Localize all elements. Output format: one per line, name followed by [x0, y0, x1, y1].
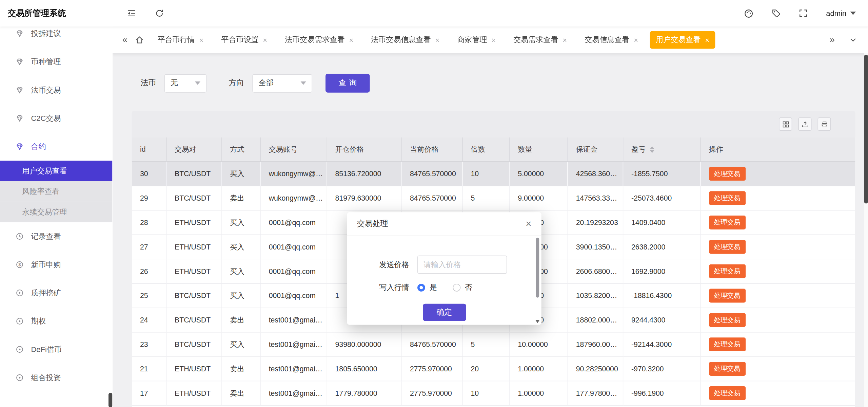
- user-menu[interactable]: admin: [826, 9, 856, 17]
- export-icon[interactable]: [798, 117, 811, 131]
- direction-filter-label: 方向: [229, 78, 244, 88]
- tab[interactable]: 交易需求查看 ×: [507, 31, 573, 49]
- sidebar-item[interactable]: 质押挖矿: [0, 279, 112, 307]
- cell-id: 29: [132, 186, 166, 210]
- tabs-scroll-left-icon[interactable]: «: [120, 34, 130, 45]
- tab-label: 交易需求查看: [513, 35, 558, 45]
- tab-close-icon[interactable]: ×: [263, 36, 267, 43]
- dialog-scrollbar[interactable]: [535, 237, 541, 324]
- sort-icon[interactable]: [650, 146, 654, 153]
- refresh-icon[interactable]: [155, 9, 164, 18]
- scroll-down-arrow-icon[interactable]: [535, 320, 540, 323]
- sidebar: 投拆建议 币种管理 法币交易 C2C交易 合约 用户交易查看 风险率查看 永续交…: [0, 26, 112, 407]
- cell-account: test001@gmail…: [260, 308, 327, 332]
- cell-side: 卖出: [221, 381, 260, 405]
- tab[interactable]: 用户交易查看 ×: [650, 31, 715, 49]
- sidebar-item[interactable]: 币种管理: [0, 48, 112, 76]
- process-trade-button[interactable]: 处理交易: [709, 337, 746, 351]
- cell-pnl: 1409.0400: [623, 210, 701, 235]
- cell-id: 25: [132, 283, 166, 308]
- sidebar-scrollbar-thumb[interactable]: [108, 393, 112, 407]
- tab-close-icon[interactable]: ×: [563, 36, 567, 43]
- process-trade-button[interactable]: 处理交易: [709, 386, 746, 400]
- process-trade-button[interactable]: 处理交易: [709, 264, 746, 278]
- cell-account: wukongymw@…: [260, 186, 327, 210]
- process-trade-button[interactable]: 处理交易: [709, 216, 746, 229]
- columns-grid-icon[interactable]: [779, 117, 792, 131]
- dialog-scrollbar-thumb[interactable]: [536, 238, 539, 297]
- dialog-header: 交易处理 ×: [347, 212, 541, 236]
- page-scrollbar-thumb[interactable]: [864, 55, 868, 204]
- tab-close-icon[interactable]: ×: [492, 36, 496, 43]
- tab[interactable]: 平台币行情 ×: [151, 31, 210, 49]
- tab-close-icon[interactable]: ×: [435, 36, 439, 43]
- tab[interactable]: 平台币设置 ×: [215, 31, 273, 49]
- fiat-select[interactable]: 无: [164, 74, 206, 92]
- tab[interactable]: 商家管理 ×: [451, 31, 502, 49]
- tab-close-icon[interactable]: ×: [349, 36, 353, 43]
- tab[interactable]: 交易信息查看 ×: [578, 31, 644, 49]
- dialog-body: 发送价格 写入行情 是 否 确定: [347, 256, 541, 321]
- menu-fold-icon[interactable]: [127, 9, 136, 18]
- sidebar-subitem[interactable]: 永续交易管理: [0, 202, 112, 222]
- page-scrollbar[interactable]: [864, 53, 868, 407]
- cell-margin: 90.28250000: [567, 357, 623, 381]
- price-input[interactable]: [417, 256, 507, 274]
- sidebar-item[interactable]: $ 新币申购: [0, 251, 112, 279]
- cell-actions: 处理交易: [700, 259, 855, 283]
- tab-label: 交易信息查看: [585, 35, 629, 45]
- tab-close-icon[interactable]: ×: [634, 36, 638, 43]
- cell-margin: 187960.00000…: [567, 332, 623, 357]
- print-icon[interactable]: [817, 117, 831, 131]
- process-trade-button[interactable]: 处理交易: [709, 289, 746, 303]
- theme-palette-icon[interactable]: [744, 8, 754, 18]
- app-title: 交易所管理系统: [0, 8, 112, 19]
- sidebar-item-label: 组合投资: [31, 373, 61, 383]
- tab-close-icon[interactable]: ×: [199, 36, 203, 43]
- sidebar-item[interactable]: 期权: [0, 307, 112, 335]
- sidebar-item-icon: [16, 30, 24, 38]
- process-trade-button[interactable]: 处理交易: [709, 313, 746, 327]
- direction-select-value: 全部: [258, 78, 273, 88]
- process-trade-button[interactable]: 处理交易: [709, 240, 746, 254]
- process-trade-button[interactable]: 处理交易: [709, 167, 746, 181]
- table-toolbar: [132, 111, 855, 137]
- home-tab[interactable]: [135, 35, 144, 44]
- confirm-button[interactable]: 确定: [423, 304, 466, 321]
- sidebar-item[interactable]: C2C交易: [0, 104, 112, 132]
- tab-close-icon[interactable]: ×: [705, 36, 709, 43]
- col-current-price: 当前价格: [401, 137, 462, 162]
- sidebar-item[interactable]: 记录查看: [0, 222, 112, 251]
- tabs-dropdown-icon[interactable]: [849, 36, 857, 44]
- tab-label: 商家管理: [457, 35, 487, 45]
- tag-icon[interactable]: [772, 9, 781, 18]
- sidebar-subitem[interactable]: 用户交易查看: [0, 161, 112, 181]
- fullscreen-icon[interactable]: [799, 9, 808, 18]
- sidebar-item[interactable]: 组合投资: [0, 364, 112, 392]
- tabs-scroll-right-icon[interactable]: »: [827, 34, 837, 45]
- sidebar-item[interactable]: 合约: [0, 132, 112, 161]
- trade-process-dialog: 交易处理 × 发送价格 写入行情 是 否: [347, 212, 541, 325]
- sidebar-item-label: DeFi借币: [31, 345, 62, 354]
- radio-no[interactable]: 否: [453, 283, 472, 293]
- sidebar-subitem[interactable]: 风险率查看: [0, 181, 112, 202]
- sidebar-item-icon: [16, 289, 24, 297]
- cell-pnl: 1692.9000: [623, 259, 701, 283]
- cell-side: 买入: [221, 162, 260, 186]
- fiat-filter-label: 法币: [141, 78, 156, 88]
- process-trade-button[interactable]: 处理交易: [709, 191, 746, 205]
- sidebar-item[interactable]: DeFi借币: [0, 335, 112, 364]
- tab[interactable]: 法币交易需求查看 ×: [279, 31, 359, 49]
- process-trade-button[interactable]: 处理交易: [709, 362, 746, 376]
- direction-select[interactable]: 全部: [252, 74, 312, 92]
- cell-actions: 处理交易: [700, 283, 855, 308]
- sidebar-item[interactable]: 法币交易: [0, 76, 112, 104]
- cell-pair: BTC/USDT: [166, 162, 221, 186]
- close-icon[interactable]: ×: [526, 219, 531, 229]
- radio-yes[interactable]: 是: [417, 283, 437, 293]
- tab[interactable]: 法币交易信息查看 ×: [365, 31, 446, 49]
- sidebar-item[interactable]: 投拆建议: [0, 26, 112, 48]
- cell-open-price: 93980.000000: [327, 332, 401, 357]
- search-button[interactable]: 查询: [326, 74, 370, 93]
- table-filler: [132, 406, 855, 407]
